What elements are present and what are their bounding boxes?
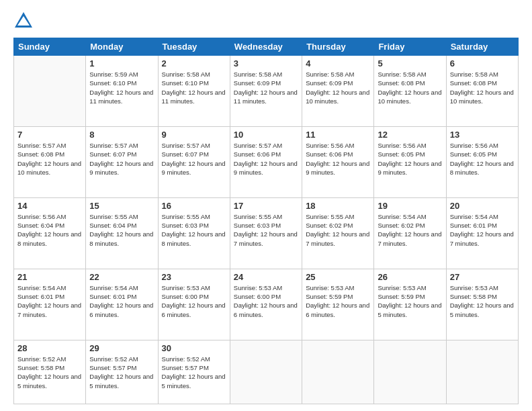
table-cell: 15Sunrise: 5:55 AM Sunset: 6:04 PM Dayli… (86, 197, 158, 269)
day-number: 3 (234, 58, 298, 68)
header (13, 11, 519, 31)
day-number: 6 (450, 58, 515, 68)
table-cell: 4Sunrise: 5:58 AM Sunset: 6:09 PM Daylig… (302, 56, 374, 127)
col-friday: Friday (374, 38, 446, 56)
day-number: 19 (378, 201, 442, 211)
table-cell (230, 340, 302, 404)
day-info: Sunrise: 5:52 AM Sunset: 5:57 PM Dayligh… (89, 355, 154, 390)
table-cell: 6Sunrise: 5:58 AM Sunset: 6:08 PM Daylig… (446, 56, 518, 127)
day-number: 9 (162, 130, 226, 140)
table-cell: 26Sunrise: 5:53 AM Sunset: 5:59 PM Dayli… (374, 269, 446, 340)
table-cell (446, 340, 518, 404)
table-cell: 25Sunrise: 5:53 AM Sunset: 5:59 PM Dayli… (302, 269, 374, 340)
day-number: 24 (234, 272, 298, 282)
day-number: 25 (306, 272, 370, 282)
table-cell: 18Sunrise: 5:55 AM Sunset: 6:02 PM Dayli… (302, 197, 374, 269)
day-info: Sunrise: 5:54 AM Sunset: 6:01 PM Dayligh… (450, 212, 515, 248)
table-cell: 22Sunrise: 5:54 AM Sunset: 6:01 PM Dayli… (86, 269, 158, 340)
col-wednesday: Wednesday (230, 38, 302, 56)
table-cell: 17Sunrise: 5:55 AM Sunset: 6:03 PM Dayli… (230, 197, 302, 269)
logo-icon (13, 11, 34, 31)
calendar-header-row: Sunday Monday Tuesday Wednesday Thursday… (14, 38, 519, 56)
day-info: Sunrise: 5:57 AM Sunset: 6:08 PM Dayligh… (17, 141, 82, 177)
day-info: Sunrise: 5:56 AM Sunset: 6:04 PM Dayligh… (17, 212, 82, 248)
day-info: Sunrise: 5:54 AM Sunset: 6:01 PM Dayligh… (17, 283, 82, 319)
day-number: 26 (378, 272, 442, 282)
day-info: Sunrise: 5:57 AM Sunset: 6:07 PM Dayligh… (89, 141, 154, 177)
day-number: 20 (450, 201, 515, 211)
table-cell: 19Sunrise: 5:54 AM Sunset: 6:02 PM Dayli… (374, 197, 446, 269)
day-info: Sunrise: 5:53 AM Sunset: 6:00 PM Dayligh… (162, 283, 226, 319)
table-cell: 10Sunrise: 5:57 AM Sunset: 6:06 PM Dayli… (230, 126, 302, 197)
day-info: Sunrise: 5:57 AM Sunset: 6:07 PM Dayligh… (162, 141, 226, 177)
day-number: 30 (162, 343, 226, 353)
day-number: 2 (162, 58, 226, 68)
col-thursday: Thursday (302, 38, 374, 56)
col-sunday: Sunday (14, 38, 86, 56)
table-cell: 30Sunrise: 5:52 AM Sunset: 5:57 PM Dayli… (158, 340, 230, 404)
col-saturday: Saturday (446, 38, 518, 56)
table-cell: 2Sunrise: 5:58 AM Sunset: 6:10 PM Daylig… (158, 56, 230, 127)
table-cell: 7Sunrise: 5:57 AM Sunset: 6:08 PM Daylig… (14, 126, 86, 197)
day-number: 23 (162, 272, 226, 282)
day-info: Sunrise: 5:54 AM Sunset: 6:01 PM Dayligh… (89, 283, 154, 319)
day-number: 7 (17, 130, 82, 140)
table-cell: 9Sunrise: 5:57 AM Sunset: 6:07 PM Daylig… (158, 126, 230, 197)
day-info: Sunrise: 5:55 AM Sunset: 6:02 PM Dayligh… (306, 212, 370, 248)
day-info: Sunrise: 5:55 AM Sunset: 6:03 PM Dayligh… (162, 212, 226, 248)
day-number: 13 (450, 130, 515, 140)
table-cell: 5Sunrise: 5:58 AM Sunset: 6:08 PM Daylig… (374, 56, 446, 127)
calendar-table: Sunday Monday Tuesday Wednesday Thursday… (13, 38, 519, 404)
table-cell: 24Sunrise: 5:53 AM Sunset: 6:00 PM Dayli… (230, 269, 302, 340)
day-info: Sunrise: 5:53 AM Sunset: 6:00 PM Dayligh… (234, 283, 298, 319)
day-info: Sunrise: 5:58 AM Sunset: 6:08 PM Dayligh… (378, 70, 442, 105)
day-number: 1 (89, 58, 154, 68)
day-info: Sunrise: 5:59 AM Sunset: 6:10 PM Dayligh… (89, 70, 154, 105)
day-info: Sunrise: 5:52 AM Sunset: 5:58 PM Dayligh… (17, 355, 82, 390)
day-info: Sunrise: 5:56 AM Sunset: 6:05 PM Dayligh… (450, 141, 515, 177)
day-number: 11 (306, 130, 370, 140)
table-cell (14, 56, 86, 127)
day-number: 29 (89, 343, 154, 353)
page: Sunday Monday Tuesday Wednesday Thursday… (0, 0, 532, 411)
logo (13, 11, 36, 31)
table-cell (302, 340, 374, 404)
day-info: Sunrise: 5:53 AM Sunset: 5:59 PM Dayligh… (306, 283, 370, 319)
table-cell: 12Sunrise: 5:56 AM Sunset: 6:05 PM Dayli… (374, 126, 446, 197)
day-info: Sunrise: 5:58 AM Sunset: 6:10 PM Dayligh… (162, 70, 226, 105)
day-number: 12 (378, 130, 442, 140)
table-cell: 14Sunrise: 5:56 AM Sunset: 6:04 PM Dayli… (14, 197, 86, 269)
table-cell: 13Sunrise: 5:56 AM Sunset: 6:05 PM Dayli… (446, 126, 518, 197)
day-number: 5 (378, 58, 442, 68)
col-tuesday: Tuesday (158, 38, 230, 56)
table-cell: 21Sunrise: 5:54 AM Sunset: 6:01 PM Dayli… (14, 269, 86, 340)
day-info: Sunrise: 5:56 AM Sunset: 6:06 PM Dayligh… (306, 141, 370, 177)
day-number: 28 (17, 343, 82, 353)
day-info: Sunrise: 5:54 AM Sunset: 6:02 PM Dayligh… (378, 212, 442, 248)
day-info: Sunrise: 5:55 AM Sunset: 6:03 PM Dayligh… (234, 212, 298, 248)
col-monday: Monday (86, 38, 158, 56)
day-info: Sunrise: 5:58 AM Sunset: 6:09 PM Dayligh… (306, 70, 370, 105)
day-number: 15 (89, 201, 154, 211)
day-number: 10 (234, 130, 298, 140)
day-number: 22 (89, 272, 154, 282)
day-info: Sunrise: 5:58 AM Sunset: 6:08 PM Dayligh… (450, 70, 515, 105)
table-cell (374, 340, 446, 404)
day-number: 18 (306, 201, 370, 211)
day-number: 14 (17, 201, 82, 211)
table-cell: 16Sunrise: 5:55 AM Sunset: 6:03 PM Dayli… (158, 197, 230, 269)
day-number: 17 (234, 201, 298, 211)
day-info: Sunrise: 5:58 AM Sunset: 6:09 PM Dayligh… (234, 70, 298, 105)
table-cell: 1Sunrise: 5:59 AM Sunset: 6:10 PM Daylig… (86, 56, 158, 127)
table-cell: 3Sunrise: 5:58 AM Sunset: 6:09 PM Daylig… (230, 56, 302, 127)
table-cell: 28Sunrise: 5:52 AM Sunset: 5:58 PM Dayli… (14, 340, 86, 404)
day-info: Sunrise: 5:53 AM Sunset: 5:59 PM Dayligh… (378, 283, 442, 319)
day-number: 8 (89, 130, 154, 140)
table-cell: 29Sunrise: 5:52 AM Sunset: 5:57 PM Dayli… (86, 340, 158, 404)
day-info: Sunrise: 5:52 AM Sunset: 5:57 PM Dayligh… (162, 355, 226, 390)
day-info: Sunrise: 5:55 AM Sunset: 6:04 PM Dayligh… (89, 212, 154, 248)
day-number: 4 (306, 58, 370, 68)
day-info: Sunrise: 5:57 AM Sunset: 6:06 PM Dayligh… (234, 141, 298, 177)
table-cell: 27Sunrise: 5:53 AM Sunset: 5:58 PM Dayli… (446, 269, 518, 340)
table-cell: 20Sunrise: 5:54 AM Sunset: 6:01 PM Dayli… (446, 197, 518, 269)
